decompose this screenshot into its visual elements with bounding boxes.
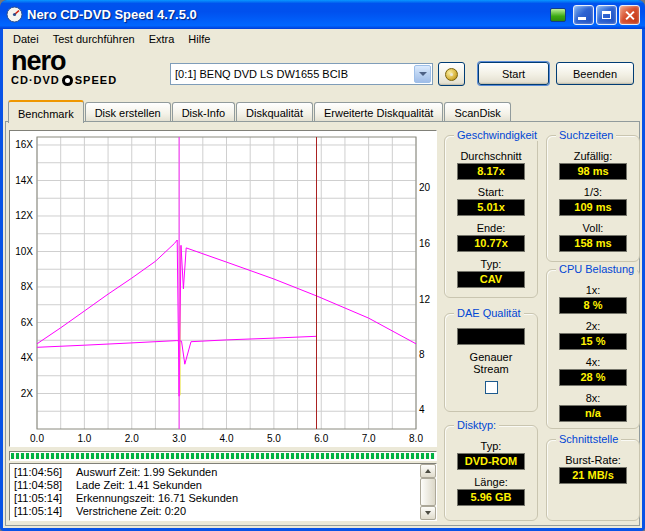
start-button[interactable]: Start: [478, 62, 549, 85]
x-axis-tick-label: 0.0: [30, 433, 44, 444]
log-timestamp: [11:04:56]: [14, 466, 76, 479]
seek-third-display: 109 ms: [559, 199, 627, 216]
client-area: Datei Test durchführen Extra Hilfe nero …: [3, 29, 642, 528]
cpu-1x-display: 8 %: [559, 297, 627, 314]
logo-tagline-left: CD·DVD: [11, 74, 60, 86]
right-axis-tick-label: 16: [419, 238, 431, 249]
panel-title: Geschwindigkeit: [454, 129, 540, 141]
quit-button[interactable]: Beenden: [556, 62, 634, 85]
log-line: [11:04:56]Auswurf Zeit: 1.99 Sekunden: [14, 466, 416, 479]
menu-extra[interactable]: Extra: [142, 32, 182, 46]
value-label: Ende:: [445, 222, 537, 234]
tab-scandisk[interactable]: ScanDisk: [444, 102, 510, 121]
right-axis-tick-label: 12: [419, 294, 431, 305]
log-listbox[interactable]: [11:04:56]Auswurf Zeit: 1.99 Sekunden [1…: [9, 463, 437, 521]
tab-benchmark[interactable]: Benchmark: [8, 100, 84, 123]
combo-dropdown-button[interactable]: [414, 65, 431, 83]
drive-select[interactable]: [0:1] BENQ DVD LS DW1655 BCIB: [170, 63, 433, 85]
maximize-button[interactable]: [596, 5, 617, 25]
x-axis-tick-label: 7.0: [362, 433, 376, 444]
eject-button[interactable]: [438, 62, 465, 86]
panel-title: Suchzeiten: [556, 129, 616, 141]
average-speed-display: 8.17x: [457, 163, 525, 180]
nero-logo: nero CD·DVD SPEED: [11, 48, 163, 92]
accurate-stream-checkbox[interactable]: [485, 381, 498, 394]
arrow-up-icon: [425, 469, 431, 473]
chevron-down-icon: [419, 72, 427, 76]
panel-schnittstelle: Schnittstelle Burst-Rate: 21 MB/s: [546, 439, 640, 521]
speedometer-icon: [6, 6, 23, 23]
scroll-down-button[interactable]: [420, 506, 436, 520]
cpu-8x-display: n/a: [559, 405, 627, 422]
scroll-thumb[interactable]: [420, 478, 436, 506]
log-lines: [11:04:56]Auswurf Zeit: 1.99 Sekunden [1…: [10, 464, 436, 520]
value-label: 1/3:: [547, 186, 639, 198]
cpu-2x-display: 15 %: [559, 333, 627, 350]
tab-erweiterte-diskqualitaet[interactable]: Erweiterte Diskqualität: [314, 102, 443, 121]
y-axis-tick-label: 6X: [21, 317, 34, 328]
logo-tagline: CD·DVD SPEED: [11, 74, 163, 86]
panel-title: CPU Belastung: [556, 263, 637, 275]
end-speed-display: 10.77x: [457, 235, 525, 252]
right-axis-tick-label: 8: [419, 349, 425, 360]
tab-diskqualitaet[interactable]: Diskqualität: [236, 102, 313, 121]
right-axis-tick-label: 20: [419, 182, 431, 193]
log-timestamp: [11:05:14]: [14, 492, 76, 505]
menu-bar: Datei Test durchführen Extra Hilfe: [3, 29, 642, 48]
titlebar: Nero CD-DVD Speed 4.7.5.0: [0, 0, 645, 29]
seek-random-display: 98 ms: [559, 163, 627, 180]
seek-full-display: 158 ms: [559, 235, 627, 252]
value-label: Durchschnitt: [445, 150, 537, 162]
scroll-up-button[interactable]: [420, 464, 436, 478]
value-label: Voll:: [547, 222, 639, 234]
value-label: 1x:: [547, 284, 639, 296]
burst-rate-display: 21 MB/s: [559, 467, 627, 484]
tab-disk-erstellen[interactable]: Disk erstellen: [85, 102, 171, 121]
progress-bar: [9, 451, 437, 461]
right-axis-tick-label: 4: [419, 404, 425, 415]
minimize-button[interactable]: [573, 5, 594, 25]
disc-icon: [62, 75, 73, 86]
window-title: Nero CD-DVD Speed 4.7.5.0: [27, 7, 197, 22]
titlebar-extra-icon[interactable]: [550, 8, 566, 22]
close-button[interactable]: [619, 5, 640, 25]
logo-wordmark: nero: [11, 48, 163, 74]
caption-buttons: [550, 5, 640, 25]
progress-fill: [11, 453, 435, 459]
x-axis-tick-label: 2.0: [125, 433, 139, 444]
panel-title: Schnittstelle: [556, 433, 621, 445]
menu-test-durchfuehren[interactable]: Test durchführen: [46, 32, 142, 46]
value-label: Burst-Rate:: [547, 454, 639, 466]
maximize-icon: [602, 11, 611, 19]
benchmark-chart-frame: 2X4X6X8X10X12X14X16X0.01.02.03.04.05.06.…: [9, 130, 437, 447]
log-line: [11:05:14]Erkennungszeit: 16.71 Sekunden: [14, 492, 416, 505]
panel-title: Disktyp:: [454, 419, 499, 431]
benchmark-chart: 2X4X6X8X10X12X14X16X0.01.02.03.04.05.06.…: [10, 131, 436, 446]
y-axis-tick-label: 2X: [21, 388, 34, 399]
log-timestamp: [11:04:58]: [14, 479, 76, 492]
x-axis-tick-label: 8.0: [409, 433, 423, 444]
menu-datei[interactable]: Datei: [6, 32, 46, 46]
log-text: Verstrichene Zeit: 0:20: [76, 505, 186, 517]
y-axis-tick-label: 4X: [21, 352, 34, 363]
log-text: Lade Zeit: 1.41 Sekunden: [76, 479, 202, 491]
tab-disk-info[interactable]: Disk-Info: [172, 102, 235, 121]
x-axis-tick-label: 1.0: [77, 433, 91, 444]
app-icon[interactable]: [6, 6, 23, 23]
value-label: Typ:: [445, 440, 537, 452]
menu-hilfe[interactable]: Hilfe: [181, 32, 217, 46]
speed-type-display: CAV: [457, 271, 525, 288]
dae-quality-display: [457, 328, 525, 345]
disc-length-display: 5.96 GB: [457, 489, 525, 506]
panel-dae-qualitaet: DAE Qualität Genauer Stream: [444, 313, 538, 412]
app-window: Nero CD-DVD Speed 4.7.5.0 Datei Test dur…: [0, 0, 645, 531]
x-axis-tick-label: 3.0: [172, 433, 186, 444]
log-text: Erkennungszeit: 16.71 Sekunden: [76, 492, 238, 504]
eject-icon: [445, 68, 458, 81]
log-scrollbar[interactable]: [420, 464, 436, 520]
panel-cpu-belastung: CPU Belastung 1x: 8 % 2x: 15 % 4x: 28 % …: [546, 269, 640, 429]
panel-geschwindigkeit: Geschwindigkeit Durchschnitt 8.17x Start…: [444, 135, 538, 298]
value-label: Zufällig:: [547, 150, 639, 162]
y-axis-tick-label: 14X: [15, 175, 33, 186]
panel-title: DAE Qualität: [454, 307, 524, 319]
